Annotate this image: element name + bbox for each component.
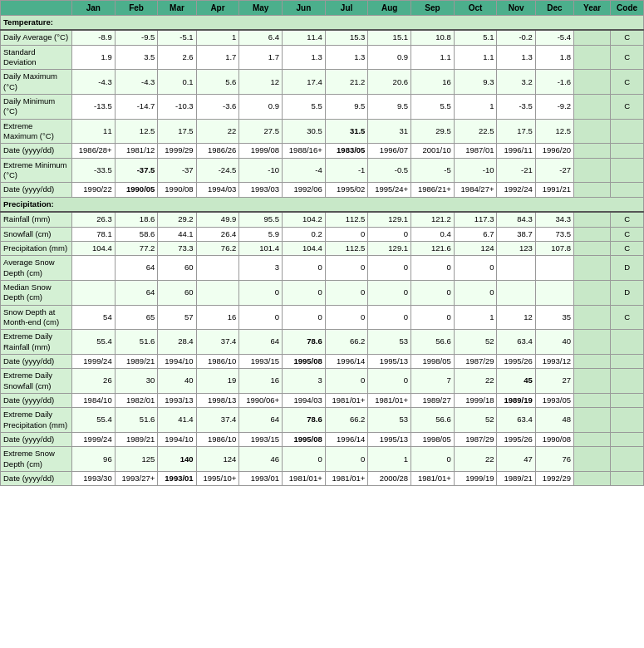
data-cell: C [611, 212, 644, 227]
data-cell: C [611, 241, 644, 255]
data-cell: 0 [325, 447, 368, 472]
data-cell: 22.5 [454, 119, 497, 144]
col-header-Dec: Dec [535, 1, 573, 16]
data-row: Date (yyyy/dd)1999/241989/211994/101986/… [1, 354, 644, 368]
data-cell: -10 [239, 158, 283, 183]
data-cell [574, 183, 611, 197]
data-cell: 54 [71, 305, 115, 330]
data-cell: 40 [158, 369, 196, 394]
data-cell: 17.5 [158, 119, 196, 144]
data-cell: 1987/29 [454, 354, 497, 368]
data-cell: 1 [454, 305, 497, 330]
col-header-Year: Year [574, 1, 611, 16]
data-cell: 0.4 [411, 227, 455, 241]
data-cell: 1989/19 [497, 393, 535, 407]
data-cell: -13.5 [71, 95, 115, 120]
data-cell [611, 354, 644, 368]
data-cell: 1994/10 [158, 433, 196, 447]
data-cell: 1993/30 [71, 472, 115, 486]
data-cell: -0.5 [368, 158, 411, 183]
col-header-Jun: Jun [283, 1, 326, 16]
data-cell: 1995/08 [283, 354, 326, 368]
row-label: Date (yyyy/dd) [1, 393, 72, 407]
data-cell [574, 408, 611, 433]
data-cell: 0 [283, 447, 326, 472]
col-header-Mar: Mar [158, 1, 196, 16]
data-cell: 60 [158, 256, 196, 281]
data-cell: -5.1 [158, 30, 196, 45]
data-cell: 0 [411, 280, 455, 305]
data-cell: 1 [368, 447, 411, 472]
data-cell: 52 [454, 330, 497, 355]
data-cell: -10 [454, 158, 497, 183]
data-cell: 9.5 [368, 95, 411, 120]
data-cell: -27 [535, 158, 573, 183]
data-cell: 5.6 [196, 70, 239, 95]
data-cell [574, 447, 611, 472]
data-cell: 1981/01+ [325, 393, 368, 407]
data-cell: 6.7 [454, 227, 497, 241]
data-cell: -9.5 [115, 30, 158, 45]
climate-table: JanFebMarAprMayJunJulAugSepOctNovDecYear… [0, 0, 644, 486]
data-cell: 0.2 [283, 227, 326, 241]
data-row: Snowfall (cm)78.158.644.126.45.90.2000.4… [1, 227, 644, 241]
data-cell: 12.5 [535, 119, 573, 144]
data-cell: 56.6 [411, 408, 455, 433]
data-cell: -10.3 [158, 95, 196, 120]
data-cell: 1990/05 [115, 183, 158, 197]
data-cell: 51.6 [115, 408, 158, 433]
data-cell: 0 [368, 369, 411, 394]
data-cell: -1.6 [535, 70, 573, 95]
data-cell [196, 256, 239, 281]
data-cell: 46 [239, 447, 283, 472]
section-label: Precipitation: [1, 197, 644, 212]
data-cell: 30.5 [283, 119, 326, 144]
data-cell [71, 280, 115, 305]
data-cell: -4.3 [115, 70, 158, 95]
data-cell: 64 [115, 256, 158, 281]
data-cell: 1999/19 [454, 472, 497, 486]
column-headers: JanFebMarAprMayJunJulAugSepOctNovDecYear… [1, 1, 644, 16]
data-cell: 10.8 [411, 30, 455, 45]
data-cell: 1990/08 [535, 433, 573, 447]
data-cell: -33.5 [71, 158, 115, 183]
data-cell: 47 [497, 447, 535, 472]
data-cell: 53 [368, 330, 411, 355]
data-cell: 60 [158, 280, 196, 305]
data-cell: 1995/26 [497, 433, 535, 447]
data-cell: 129.1 [368, 241, 411, 255]
data-cell: 112.5 [325, 241, 368, 255]
col-header-Nov: Nov [497, 1, 535, 16]
data-cell: 1993/15 [239, 354, 283, 368]
data-cell: 0 [454, 256, 497, 281]
data-cell: 1986/28+ [71, 144, 115, 158]
data-cell: 1.3 [497, 45, 535, 70]
data-cell: 11.4 [283, 30, 326, 45]
data-cell: 1995/13 [368, 354, 411, 368]
data-cell: 22 [454, 369, 497, 394]
data-cell: 129.1 [368, 212, 411, 227]
data-cell: 78.6 [283, 408, 326, 433]
data-cell [574, 472, 611, 486]
data-cell: 3 [239, 256, 283, 281]
data-cell: 1994/03 [283, 393, 326, 407]
data-cell: 0 [368, 305, 411, 330]
data-cell: 1984/27+ [454, 183, 497, 197]
data-cell: 1998/05 [411, 354, 455, 368]
data-cell: 0 [454, 280, 497, 305]
data-cell: 9.3 [454, 70, 497, 95]
row-label: Daily Minimum (°C) [1, 95, 72, 120]
data-cell: 44.1 [158, 227, 196, 241]
data-cell: 84.3 [497, 212, 535, 227]
data-cell: 1993/03 [239, 183, 283, 197]
row-label: Standard Deviation [1, 45, 72, 70]
data-cell: 12 [239, 70, 283, 95]
data-cell [611, 408, 644, 433]
row-label: Extreme Snow Depth (cm) [1, 447, 72, 472]
data-cell: 65 [115, 305, 158, 330]
data-cell: 52 [454, 408, 497, 433]
row-label: Median Snow Depth (cm) [1, 280, 72, 305]
data-cell: 16 [239, 369, 283, 394]
data-cell: 107.8 [535, 241, 573, 255]
data-cell: 1981/12 [115, 144, 158, 158]
